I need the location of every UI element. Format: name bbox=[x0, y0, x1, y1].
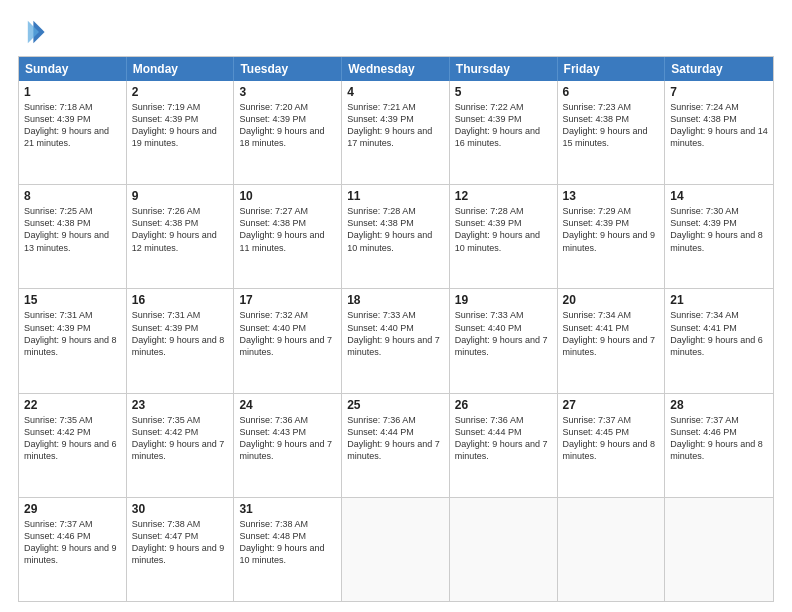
day-info: Sunrise: 7:38 AM Sunset: 4:47 PM Dayligh… bbox=[132, 518, 229, 567]
day-info: Sunrise: 7:18 AM Sunset: 4:39 PM Dayligh… bbox=[24, 101, 121, 150]
day-number: 28 bbox=[670, 398, 768, 412]
day-number: 26 bbox=[455, 398, 552, 412]
day-number: 19 bbox=[455, 293, 552, 307]
day-number: 8 bbox=[24, 189, 121, 203]
day-info: Sunrise: 7:25 AM Sunset: 4:38 PM Dayligh… bbox=[24, 205, 121, 254]
day-number: 29 bbox=[24, 502, 121, 516]
calendar-week: 8Sunrise: 7:25 AM Sunset: 4:38 PM Daylig… bbox=[19, 184, 773, 288]
weekday-header: Friday bbox=[558, 57, 666, 81]
calendar-day: 31Sunrise: 7:38 AM Sunset: 4:48 PM Dayli… bbox=[234, 498, 342, 601]
day-info: Sunrise: 7:30 AM Sunset: 4:39 PM Dayligh… bbox=[670, 205, 768, 254]
day-info: Sunrise: 7:36 AM Sunset: 4:43 PM Dayligh… bbox=[239, 414, 336, 463]
day-number: 4 bbox=[347, 85, 444, 99]
calendar-week: 22Sunrise: 7:35 AM Sunset: 4:42 PM Dayli… bbox=[19, 393, 773, 497]
calendar-day: 2Sunrise: 7:19 AM Sunset: 4:39 PM Daylig… bbox=[127, 81, 235, 184]
day-number: 12 bbox=[455, 189, 552, 203]
day-info: Sunrise: 7:35 AM Sunset: 4:42 PM Dayligh… bbox=[132, 414, 229, 463]
calendar-day: 5Sunrise: 7:22 AM Sunset: 4:39 PM Daylig… bbox=[450, 81, 558, 184]
calendar-day: 30Sunrise: 7:38 AM Sunset: 4:47 PM Dayli… bbox=[127, 498, 235, 601]
day-info: Sunrise: 7:23 AM Sunset: 4:38 PM Dayligh… bbox=[563, 101, 660, 150]
calendar-day: 19Sunrise: 7:33 AM Sunset: 4:40 PM Dayli… bbox=[450, 289, 558, 392]
day-number: 31 bbox=[239, 502, 336, 516]
header bbox=[18, 18, 774, 46]
calendar-day: 16Sunrise: 7:31 AM Sunset: 4:39 PM Dayli… bbox=[127, 289, 235, 392]
day-info: Sunrise: 7:33 AM Sunset: 4:40 PM Dayligh… bbox=[455, 309, 552, 358]
day-number: 25 bbox=[347, 398, 444, 412]
day-number: 9 bbox=[132, 189, 229, 203]
day-number: 1 bbox=[24, 85, 121, 99]
day-info: Sunrise: 7:37 AM Sunset: 4:45 PM Dayligh… bbox=[563, 414, 660, 463]
calendar-day: 1Sunrise: 7:18 AM Sunset: 4:39 PM Daylig… bbox=[19, 81, 127, 184]
calendar-header: SundayMondayTuesdayWednesdayThursdayFrid… bbox=[19, 57, 773, 81]
calendar-day: 24Sunrise: 7:36 AM Sunset: 4:43 PM Dayli… bbox=[234, 394, 342, 497]
day-info: Sunrise: 7:37 AM Sunset: 4:46 PM Dayligh… bbox=[24, 518, 121, 567]
calendar-day: 4Sunrise: 7:21 AM Sunset: 4:39 PM Daylig… bbox=[342, 81, 450, 184]
calendar-day: 9Sunrise: 7:26 AM Sunset: 4:38 PM Daylig… bbox=[127, 185, 235, 288]
calendar-day: 27Sunrise: 7:37 AM Sunset: 4:45 PM Dayli… bbox=[558, 394, 666, 497]
day-info: Sunrise: 7:21 AM Sunset: 4:39 PM Dayligh… bbox=[347, 101, 444, 150]
day-info: Sunrise: 7:32 AM Sunset: 4:40 PM Dayligh… bbox=[239, 309, 336, 358]
calendar-day: 17Sunrise: 7:32 AM Sunset: 4:40 PM Dayli… bbox=[234, 289, 342, 392]
calendar-week: 1Sunrise: 7:18 AM Sunset: 4:39 PM Daylig… bbox=[19, 81, 773, 184]
logo bbox=[18, 18, 50, 46]
calendar-day: 7Sunrise: 7:24 AM Sunset: 4:38 PM Daylig… bbox=[665, 81, 773, 184]
weekday-header: Monday bbox=[127, 57, 235, 81]
calendar-day bbox=[450, 498, 558, 601]
day-info: Sunrise: 7:38 AM Sunset: 4:48 PM Dayligh… bbox=[239, 518, 336, 567]
day-number: 5 bbox=[455, 85, 552, 99]
page: SundayMondayTuesdayWednesdayThursdayFrid… bbox=[0, 0, 792, 612]
calendar-day: 11Sunrise: 7:28 AM Sunset: 4:38 PM Dayli… bbox=[342, 185, 450, 288]
calendar-body: 1Sunrise: 7:18 AM Sunset: 4:39 PM Daylig… bbox=[19, 81, 773, 601]
day-number: 18 bbox=[347, 293, 444, 307]
calendar-week: 29Sunrise: 7:37 AM Sunset: 4:46 PM Dayli… bbox=[19, 497, 773, 601]
weekday-header: Tuesday bbox=[234, 57, 342, 81]
calendar-day bbox=[558, 498, 666, 601]
day-info: Sunrise: 7:37 AM Sunset: 4:46 PM Dayligh… bbox=[670, 414, 768, 463]
day-number: 24 bbox=[239, 398, 336, 412]
weekday-header: Sunday bbox=[19, 57, 127, 81]
day-info: Sunrise: 7:31 AM Sunset: 4:39 PM Dayligh… bbox=[132, 309, 229, 358]
calendar-day: 26Sunrise: 7:36 AM Sunset: 4:44 PM Dayli… bbox=[450, 394, 558, 497]
day-number: 11 bbox=[347, 189, 444, 203]
calendar-day bbox=[665, 498, 773, 601]
day-info: Sunrise: 7:36 AM Sunset: 4:44 PM Dayligh… bbox=[347, 414, 444, 463]
day-info: Sunrise: 7:31 AM Sunset: 4:39 PM Dayligh… bbox=[24, 309, 121, 358]
logo-icon bbox=[18, 18, 46, 46]
day-number: 2 bbox=[132, 85, 229, 99]
day-info: Sunrise: 7:24 AM Sunset: 4:38 PM Dayligh… bbox=[670, 101, 768, 150]
day-number: 16 bbox=[132, 293, 229, 307]
calendar-day: 15Sunrise: 7:31 AM Sunset: 4:39 PM Dayli… bbox=[19, 289, 127, 392]
day-number: 17 bbox=[239, 293, 336, 307]
weekday-header: Wednesday bbox=[342, 57, 450, 81]
day-info: Sunrise: 7:34 AM Sunset: 4:41 PM Dayligh… bbox=[563, 309, 660, 358]
calendar-day bbox=[342, 498, 450, 601]
weekday-header: Saturday bbox=[665, 57, 773, 81]
day-number: 15 bbox=[24, 293, 121, 307]
day-number: 13 bbox=[563, 189, 660, 203]
day-number: 23 bbox=[132, 398, 229, 412]
calendar-day: 20Sunrise: 7:34 AM Sunset: 4:41 PM Dayli… bbox=[558, 289, 666, 392]
day-info: Sunrise: 7:27 AM Sunset: 4:38 PM Dayligh… bbox=[239, 205, 336, 254]
day-number: 22 bbox=[24, 398, 121, 412]
day-number: 30 bbox=[132, 502, 229, 516]
calendar: SundayMondayTuesdayWednesdayThursdayFrid… bbox=[18, 56, 774, 602]
calendar-day: 25Sunrise: 7:36 AM Sunset: 4:44 PM Dayli… bbox=[342, 394, 450, 497]
day-number: 14 bbox=[670, 189, 768, 203]
day-number: 21 bbox=[670, 293, 768, 307]
calendar-day: 12Sunrise: 7:28 AM Sunset: 4:39 PM Dayli… bbox=[450, 185, 558, 288]
day-info: Sunrise: 7:35 AM Sunset: 4:42 PM Dayligh… bbox=[24, 414, 121, 463]
calendar-day: 14Sunrise: 7:30 AM Sunset: 4:39 PM Dayli… bbox=[665, 185, 773, 288]
calendar-day: 6Sunrise: 7:23 AM Sunset: 4:38 PM Daylig… bbox=[558, 81, 666, 184]
day-number: 3 bbox=[239, 85, 336, 99]
day-info: Sunrise: 7:22 AM Sunset: 4:39 PM Dayligh… bbox=[455, 101, 552, 150]
calendar-day: 29Sunrise: 7:37 AM Sunset: 4:46 PM Dayli… bbox=[19, 498, 127, 601]
day-number: 27 bbox=[563, 398, 660, 412]
calendar-day: 28Sunrise: 7:37 AM Sunset: 4:46 PM Dayli… bbox=[665, 394, 773, 497]
calendar-day: 23Sunrise: 7:35 AM Sunset: 4:42 PM Dayli… bbox=[127, 394, 235, 497]
day-info: Sunrise: 7:33 AM Sunset: 4:40 PM Dayligh… bbox=[347, 309, 444, 358]
calendar-day: 3Sunrise: 7:20 AM Sunset: 4:39 PM Daylig… bbox=[234, 81, 342, 184]
day-number: 6 bbox=[563, 85, 660, 99]
calendar-day: 22Sunrise: 7:35 AM Sunset: 4:42 PM Dayli… bbox=[19, 394, 127, 497]
calendar-day: 8Sunrise: 7:25 AM Sunset: 4:38 PM Daylig… bbox=[19, 185, 127, 288]
day-info: Sunrise: 7:19 AM Sunset: 4:39 PM Dayligh… bbox=[132, 101, 229, 150]
